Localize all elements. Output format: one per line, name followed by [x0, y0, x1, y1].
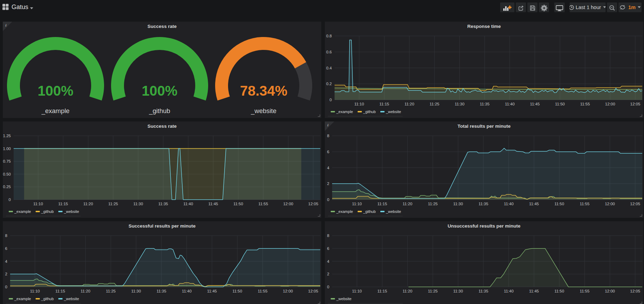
svg-text:11:55: 11:55: [258, 202, 268, 206]
svg-text:Success rate: Success rate: [147, 124, 177, 129]
svg-text:11:25: 11:25: [428, 202, 438, 206]
svg-text:0: 0: [327, 198, 329, 202]
svg-text:11:25: 11:25: [106, 289, 116, 293]
svg-text:12:00: 12:00: [605, 102, 615, 106]
svg-text:11:25: 11:25: [430, 102, 439, 106]
svg-text:11:55: 11:55: [580, 289, 590, 293]
svg-text:11:45: 11:45: [530, 102, 540, 106]
svg-text:11:20: 11:20: [81, 289, 90, 293]
svg-text:2: 2: [327, 181, 329, 186]
svg-text:11:15: 11:15: [377, 289, 387, 293]
svg-text:11:40: 11:40: [504, 289, 514, 293]
svg-text:11:45: 11:45: [529, 289, 539, 293]
svg-text:Response time: Response time: [467, 24, 501, 29]
svg-text:11:50: 11:50: [555, 102, 565, 106]
svg-text:11:45: 11:45: [529, 202, 539, 206]
svg-text:12:00: 12:00: [283, 289, 293, 293]
svg-text:12:00: 12:00: [283, 202, 293, 206]
svg-text:11:50: 11:50: [554, 289, 564, 293]
svg-text:12:00: 12:00: [605, 289, 615, 293]
svg-text:0.6: 0.6: [326, 50, 332, 54]
svg-text:i: i: [328, 123, 329, 127]
svg-text:1.00: 1.00: [3, 147, 11, 151]
svg-text:11:30: 11:30: [131, 289, 141, 293]
svg-text:Success rate: Success rate: [147, 24, 177, 29]
svg-text:12:00: 12:00: [605, 202, 615, 206]
svg-text:11:25: 11:25: [428, 289, 438, 293]
svg-text:8: 8: [327, 134, 329, 138]
svg-text:11:10: 11:10: [354, 102, 364, 106]
svg-text:11:55: 11:55: [580, 102, 590, 106]
svg-text:78.34%: 78.34%: [240, 83, 287, 98]
svg-text:Successful results per minute: Successful results per minute: [129, 223, 196, 229]
svg-text:11:20: 11:20: [403, 289, 412, 293]
svg-text:11:25: 11:25: [108, 202, 118, 206]
svg-text:11:20: 11:20: [83, 202, 93, 206]
svg-text:0: 0: [327, 285, 329, 289]
svg-text:0.25: 0.25: [3, 185, 11, 189]
svg-text:11:40: 11:40: [505, 102, 515, 106]
svg-text:6: 6: [327, 150, 329, 154]
svg-text:11:35: 11:35: [156, 289, 166, 293]
svg-text:Unsuccessful results per minut: Unsuccessful results per minute: [448, 223, 521, 229]
svg-text:_example: _example: [41, 107, 69, 115]
svg-text:11:45: 11:45: [208, 202, 218, 206]
svg-text:11:55: 11:55: [258, 289, 268, 293]
svg-text:11:20: 11:20: [404, 102, 414, 106]
svg-text:11:40: 11:40: [504, 202, 514, 206]
svg-text:12:05: 12:05: [630, 289, 640, 293]
svg-text:11:30: 11:30: [453, 289, 463, 293]
svg-text:11:15: 11:15: [379, 102, 389, 106]
svg-text:11:35: 11:35: [478, 289, 488, 293]
svg-text:2: 2: [327, 272, 329, 276]
svg-text:11:45: 11:45: [207, 289, 217, 293]
svg-text:12:05: 12:05: [630, 202, 640, 206]
svg-text:4: 4: [327, 166, 330, 170]
svg-text:6: 6: [5, 246, 7, 251]
svg-text:11:30: 11:30: [455, 102, 464, 106]
svg-text:11:10: 11:10: [30, 289, 40, 293]
svg-text:8: 8: [5, 233, 7, 238]
svg-text:Total results per minute: Total results per minute: [458, 124, 511, 129]
svg-text:11:20: 11:20: [403, 202, 412, 206]
svg-text:0.8: 0.8: [326, 34, 332, 38]
svg-text:100%: 100%: [142, 83, 177, 98]
svg-text:11:30: 11:30: [133, 202, 143, 206]
svg-text:12:05: 12:05: [308, 202, 319, 206]
svg-text:4: 4: [327, 259, 330, 264]
svg-text:11:15: 11:15: [58, 202, 68, 206]
svg-text:11:35: 11:35: [478, 202, 488, 206]
svg-text:6: 6: [327, 246, 329, 251]
svg-text:12:05: 12:05: [308, 289, 318, 293]
svg-text:0: 0: [330, 98, 332, 102]
svg-text:11:55: 11:55: [580, 202, 590, 206]
svg-text:100%: 100%: [38, 83, 73, 98]
svg-text:11:15: 11:15: [377, 202, 387, 206]
svg-text:11:15: 11:15: [55, 289, 65, 293]
svg-text:8: 8: [327, 233, 329, 238]
svg-text:11:40: 11:40: [182, 289, 192, 293]
svg-text:0: 0: [9, 198, 11, 202]
svg-text:11:10: 11:10: [352, 289, 362, 293]
svg-text:11:50: 11:50: [232, 289, 242, 293]
svg-text:0.50: 0.50: [3, 172, 11, 176]
svg-text:i: i: [6, 23, 7, 27]
svg-text:0.2: 0.2: [326, 82, 332, 86]
svg-text:11:35: 11:35: [480, 102, 490, 106]
svg-text:11:30: 11:30: [453, 202, 463, 206]
svg-text:4: 4: [5, 259, 8, 264]
svg-text:0.75: 0.75: [3, 159, 11, 163]
svg-text:11:50: 11:50: [233, 202, 243, 206]
svg-text:_github: _github: [149, 107, 170, 115]
svg-text:1.25: 1.25: [3, 134, 11, 138]
svg-text:2: 2: [5, 272, 7, 276]
svg-text:11:10: 11:10: [352, 202, 362, 206]
svg-text:11:35: 11:35: [158, 202, 168, 206]
svg-text:11:10: 11:10: [33, 202, 43, 206]
svg-text:0: 0: [5, 285, 7, 289]
svg-text:11:50: 11:50: [554, 202, 564, 206]
svg-text:0.4: 0.4: [326, 66, 332, 70]
svg-text:11:40: 11:40: [183, 202, 193, 206]
svg-text:_website: _website: [250, 107, 276, 115]
svg-text:12:05: 12:05: [630, 102, 641, 106]
